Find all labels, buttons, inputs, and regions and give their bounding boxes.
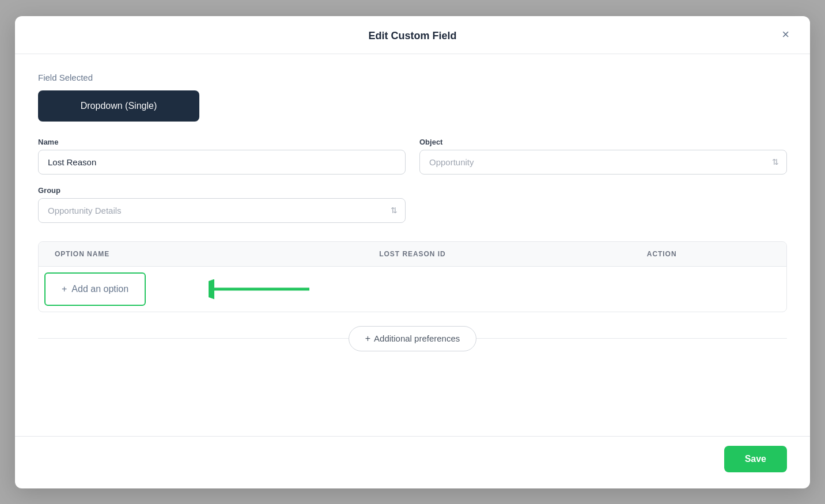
additional-preferences-button[interactable]: + Additional preferences — [349, 326, 477, 351]
name-input[interactable] — [38, 150, 406, 175]
name-group: Name — [38, 138, 406, 175]
options-table: OPTION NAME LOST REASON ID ACTION + Add … — [38, 241, 787, 312]
group-row: Group Opportunity Details ⇅ — [38, 186, 787, 223]
divider-right — [476, 338, 787, 339]
modal-header: Edit Custom Field × — [15, 16, 810, 54]
name-label: Name — [38, 138, 406, 146]
arrow-annotation — [209, 275, 312, 304]
field-type-button[interactable]: Dropdown (Single) — [38, 90, 199, 122]
edit-custom-field-modal: Edit Custom Field × Field Selected Dropd… — [15, 16, 810, 488]
divider-left — [38, 338, 349, 339]
additional-prefs-row: + Additional preferences — [38, 326, 787, 351]
group-label: Group — [38, 186, 406, 195]
col-option-name: OPTION NAME — [39, 242, 288, 266]
object-label: Object — [419, 138, 787, 146]
modal-footer: Save — [15, 436, 810, 488]
col-lost-reason-id: LOST REASON ID — [288, 242, 538, 266]
col-action: ACTION — [537, 242, 786, 266]
object-select[interactable]: Opportunity — [419, 150, 787, 175]
modal-body: Field Selected Dropdown (Single) Name Ob… — [15, 54, 810, 436]
add-option-label: Add an option — [71, 284, 128, 294]
group-group: Group Opportunity Details ⇅ — [38, 186, 406, 223]
additional-prefs-plus-icon: + — [365, 334, 370, 344]
field-selected-label: Field Selected — [38, 73, 787, 82]
add-option-button[interactable]: + Add an option — [44, 272, 146, 306]
object-group: Object Opportunity ⇅ — [419, 138, 787, 175]
save-button[interactable]: Save — [724, 446, 787, 472]
add-option-container: + Add an option — [39, 267, 786, 312]
name-object-row: Name Object Opportunity ⇅ — [38, 138, 787, 175]
add-option-plus-icon: + — [62, 284, 67, 294]
group-select[interactable]: Opportunity Details — [38, 198, 406, 223]
group-select-wrapper: Opportunity Details ⇅ — [38, 198, 406, 223]
object-select-wrapper: Opportunity ⇅ — [419, 150, 787, 175]
arrow-icon — [209, 275, 312, 304]
close-button[interactable]: × — [779, 26, 792, 43]
options-table-header: OPTION NAME LOST REASON ID ACTION — [39, 242, 786, 267]
additional-prefs-label: Additional preferences — [374, 334, 460, 343]
modal-title: Edit Custom Field — [369, 30, 457, 42]
